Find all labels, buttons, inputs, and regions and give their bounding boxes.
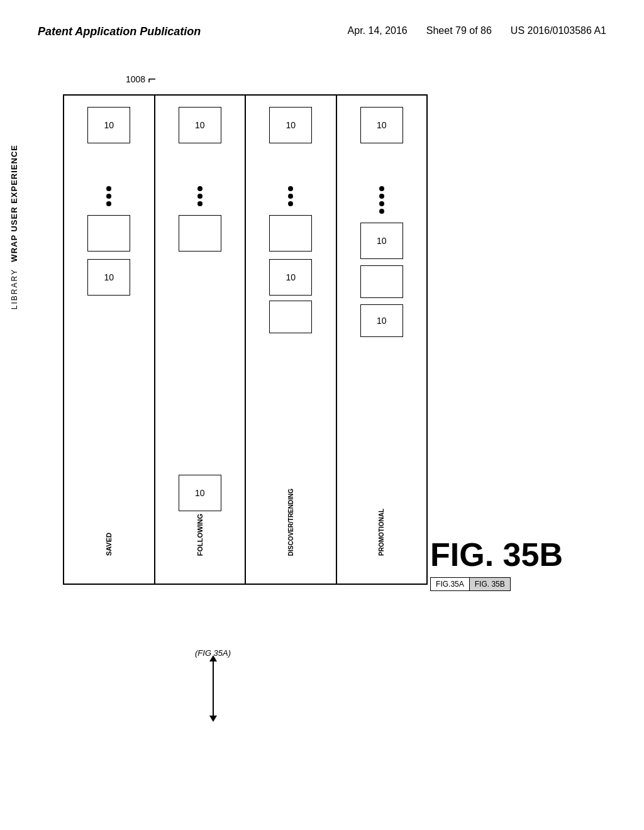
dot (379, 186, 384, 191)
label-1008-container: 1008 ⌐ (126, 72, 156, 86)
following-bot-box: 10 (179, 475, 221, 511)
page-header: Patent Application Publication Apr. 14, … (0, 25, 644, 38)
promotional-extra-box: 10 (360, 223, 403, 259)
dot (379, 194, 384, 199)
column-discover: 10 10 DISCOVER/TRENDING (246, 96, 337, 584)
arrow-down (209, 716, 217, 722)
saved-label: SAVED (105, 533, 113, 556)
arrow-container: (FIG 35A) (195, 648, 231, 717)
header-meta: Apr. 14, 2016 Sheet 79 of 86 US 2016/010… (348, 25, 606, 36)
saved-empty-box (87, 215, 130, 252)
following-dots (197, 186, 203, 206)
patent-number: US 2016/0103586 A1 (511, 25, 606, 36)
dot (197, 186, 203, 191)
main-grid: 10 10 SAVED 10 (63, 94, 428, 585)
dot (288, 201, 293, 206)
column-following: 10 10 FOLLOWING (155, 96, 247, 584)
promotional-dots (379, 186, 384, 214)
fig-sub-b-label: FIG. 35B (470, 578, 510, 590)
outer-label-text: WRAP USER EXPERIENCE (9, 145, 19, 262)
saved-dots (106, 186, 111, 206)
dot (288, 194, 293, 199)
publication-date: Apr. 14, 2016 (348, 25, 408, 36)
fig-sub-a-label: FIG.35A (431, 578, 470, 590)
promotional-label: PROMOTIONAL (378, 509, 385, 556)
dot (197, 201, 203, 206)
dot (379, 209, 384, 214)
promotional-bot-box: 10 (360, 304, 403, 337)
outer-label: WRAP USER EXPERIENCE LIBRARY (9, 145, 19, 309)
discover-bot-empty (269, 301, 312, 333)
dot (106, 194, 111, 199)
diagram-container: WRAP USER EXPERIENCE LIBRARY 1008 ⌐ 10 (63, 94, 453, 629)
header-info: Apr. 14, 2016 Sheet 79 of 86 US 2016/010… (348, 25, 606, 36)
discover-empty-box (269, 215, 312, 252)
discover-bot-box: 10 (269, 259, 312, 296)
outer-label-sub: LIBRARY (10, 268, 19, 309)
brace-1008: ⌐ (148, 72, 156, 86)
following-label: FOLLOWING (196, 514, 204, 556)
saved-bot-box: 10 (87, 259, 130, 296)
discover-label: DISCOVER/TRENDING (287, 489, 294, 556)
saved-top-box: 10 (87, 107, 130, 143)
column-promotional: 10 10 10 PROMOTIONAL (337, 96, 427, 584)
dot (197, 194, 203, 199)
dot (379, 201, 384, 206)
arrow-line (213, 660, 214, 717)
publication-title: Patent Application Publication (38, 25, 201, 38)
fig-main-label: FIG. 35B (430, 538, 563, 571)
dot (106, 186, 111, 191)
dot (106, 201, 111, 206)
following-top-box: 10 (179, 107, 221, 143)
promotional-empty-box (360, 265, 403, 298)
following-empty-box (179, 215, 221, 252)
label-1008: 1008 (126, 74, 145, 84)
discover-top-box: 10 (269, 107, 312, 143)
promotional-top-box: 10 (360, 107, 403, 143)
column-saved: 10 10 SAVED (64, 96, 155, 584)
fig-sub-box: FIG.35A FIG. 35B (430, 577, 511, 591)
discover-dots (288, 186, 293, 206)
fig-container: FIG. 35B FIG.35A FIG. 35B (430, 538, 563, 591)
sheet-info: Sheet 79 of 86 (426, 25, 492, 36)
dot (288, 186, 293, 191)
arrow-up (209, 655, 217, 661)
